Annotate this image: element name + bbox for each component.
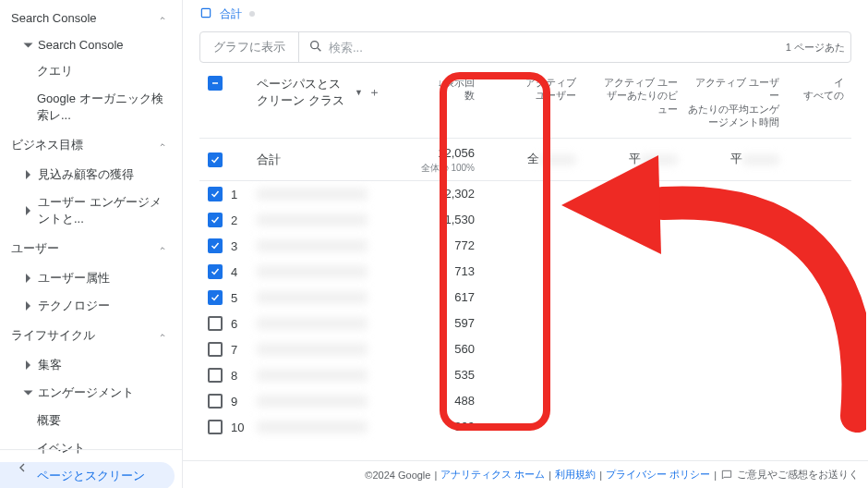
- row-views: 488: [380, 394, 482, 409]
- sidebar-item-label: Search Console: [38, 38, 124, 52]
- table-row: 5617: [199, 285, 851, 311]
- add-dimension-icon[interactable]: ＋: [368, 84, 380, 101]
- row-path[interactable]: [257, 214, 380, 226]
- row-checkbox[interactable]: [208, 213, 223, 227]
- row-checkbox[interactable]: [208, 394, 223, 409]
- sidebar-item-technology[interactable]: テクノロジー: [0, 292, 182, 320]
- triangle-down-icon: [24, 43, 33, 47]
- chevron-up-icon: [158, 331, 167, 340]
- sidebar-item-label: 集客: [38, 357, 62, 373]
- row-checkbox[interactable]: [208, 368, 223, 383]
- row-checkbox[interactable]: [208, 420, 223, 434]
- select-all-checkbox[interactable]: [208, 76, 223, 91]
- row-path[interactable]: [257, 317, 380, 330]
- row-index: 4: [231, 265, 257, 279]
- row-views: 2,302: [380, 187, 482, 202]
- row-index: 5: [231, 291, 257, 305]
- row-checkbox[interactable]: [208, 290, 223, 305]
- table-row: 7560: [199, 336, 851, 362]
- triangle-down-icon: [24, 391, 33, 396]
- redacted-text: [257, 369, 368, 382]
- footer-link-privacy[interactable]: プライバシー ポリシー: [606, 468, 710, 482]
- triangle-right-icon: [26, 274, 30, 283]
- row-checkbox[interactable]: [208, 342, 223, 357]
- row-path[interactable]: [257, 291, 380, 304]
- button-label: グラフに表示: [213, 39, 285, 55]
- row-path[interactable]: [257, 239, 380, 252]
- sidebar-item-label: クエリ: [37, 63, 73, 79]
- total-checkbox[interactable]: [208, 152, 223, 167]
- sidebar-label: ユーザー: [11, 240, 59, 257]
- svg-rect-2: [201, 8, 210, 17]
- sidebar-item-search-console[interactable]: Search Console: [0, 32, 182, 57]
- row-index: 3: [231, 239, 257, 253]
- column-header-views-per-user[interactable]: アクティブ ユーザーあたりのビュー: [584, 76, 685, 116]
- sidebar-item-engagement-goal[interactable]: ユーザー エンゲージメントと...: [0, 189, 182, 233]
- sidebar-item-query[interactable]: クエリ: [0, 57, 182, 85]
- redacted-text: [257, 421, 368, 433]
- sidebar: Search Console Search Console クエリ Google…: [0, 0, 183, 488]
- row-index: 7: [231, 343, 257, 357]
- row-path[interactable]: [257, 343, 380, 356]
- triangle-right-icon: [26, 170, 30, 179]
- row-index: 1: [231, 188, 257, 201]
- row-views: 617: [380, 290, 482, 306]
- table-row: 21,530: [199, 207, 851, 233]
- svg-point-3: [311, 41, 319, 48]
- row-checkbox[interactable]: [208, 316, 223, 331]
- sidebar-label: Search Console: [11, 11, 97, 25]
- search-icon: [308, 39, 323, 56]
- table-row: 4713: [199, 259, 851, 285]
- row-index: 10: [231, 421, 257, 434]
- row-path[interactable]: [257, 188, 380, 201]
- sidebar-section-search-console[interactable]: Search Console: [0, 4, 182, 32]
- sidebar-section-user[interactable]: ユーザー: [0, 233, 182, 264]
- footer-copyright: ©2024 Google: [365, 470, 430, 481]
- chevron-left-icon: [15, 460, 30, 478]
- chart-display-button[interactable]: グラフに表示: [200, 32, 299, 62]
- sidebar-item-label: 見込み顧客の獲得: [38, 166, 134, 183]
- table-row: 8535: [199, 362, 851, 388]
- sidebar-item-label: ユーザー エンゲージメントと...: [38, 194, 167, 227]
- sidebar-item-user-attributes[interactable]: ユーザー属性: [0, 264, 182, 292]
- row-path[interactable]: [257, 369, 380, 382]
- row-checkbox[interactable]: [208, 238, 223, 253]
- sidebar-collapse-bar[interactable]: [0, 449, 182, 488]
- row-views: 772: [380, 238, 482, 254]
- row-path[interactable]: [257, 395, 380, 408]
- redacted-text: [257, 239, 368, 252]
- row-path[interactable]: [257, 421, 380, 433]
- row-views: 535: [380, 368, 482, 384]
- footer-link-analytics-home[interactable]: アナリティクス ホーム: [440, 468, 545, 482]
- summary-bar: 合計: [183, 0, 868, 28]
- sidebar-item-acquisition[interactable]: 集客: [0, 351, 182, 379]
- sidebar-item-engagement[interactable]: エンゲージメント: [0, 379, 182, 407]
- column-header-avg-engagement[interactable]: アクティブ ユーザーあたりの平均エンゲージメント時間: [685, 76, 787, 128]
- search-input[interactable]: [329, 41, 777, 55]
- row-index: 8: [231, 369, 257, 383]
- search-field[interactable]: [299, 39, 786, 56]
- column-header-events[interactable]: イすべての: [787, 76, 851, 103]
- redacted-text: [257, 291, 368, 304]
- row-checkbox[interactable]: [208, 264, 223, 279]
- total-label: 合計: [257, 152, 281, 168]
- redacted-text: [257, 265, 368, 278]
- table-row: 10309: [199, 414, 851, 440]
- row-checkbox[interactable]: [208, 187, 223, 201]
- sidebar-section-lifecycle[interactable]: ライフサイクル: [0, 320, 182, 351]
- redacted-text: [257, 317, 368, 330]
- column-header-path[interactable]: ページパスとスクリーン クラス ▼ ＋: [257, 76, 380, 109]
- sidebar-section-business[interactable]: ビジネス目標: [0, 129, 182, 161]
- footer-link-terms[interactable]: 利用規約: [555, 468, 596, 482]
- pagination-label: 1 ページあた: [786, 41, 850, 55]
- sidebar-item-organic[interactable]: Google オーガニック検索レ...: [0, 85, 182, 129]
- sidebar-item-overview[interactable]: 概要: [0, 407, 182, 434]
- column-header-active-users[interactable]: アクティブユーザー: [482, 76, 584, 103]
- chevron-up-icon: [158, 244, 167, 253]
- sidebar-item-leads[interactable]: 見込み顧客の獲得: [0, 161, 182, 189]
- row-views: 713: [380, 264, 482, 280]
- row-path[interactable]: [257, 265, 380, 278]
- column-header-views[interactable]: ↓表示回数: [380, 76, 482, 103]
- table-row: 3772: [199, 233, 851, 259]
- footer-feedback[interactable]: ご意見やご感想をお送りく: [737, 468, 859, 482]
